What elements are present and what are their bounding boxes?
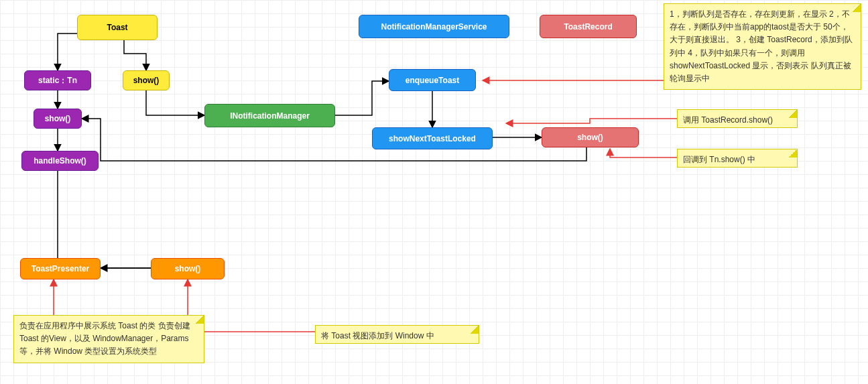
note-4: 负责在应用程序中展示系统 Toast 的类 负责创建 Toast 的View，以… <box>13 315 204 363</box>
node-toast: Toast <box>77 15 158 40</box>
node-enqueuetoast: enqueueToast <box>389 69 476 91</box>
node-static-tn: static：Tn <box>24 70 91 90</box>
note-1: 1，判断队列是否存在，存在则更新，在显示 2，不存在，判断队列中当前app的ta… <box>664 3 861 90</box>
node-toastrecord: ToastRecord <box>540 15 637 38</box>
note-5: 将 Toast 视图添加到 Window 中 <box>315 325 479 344</box>
node-show-orange: show() <box>151 258 225 279</box>
node-show-red: show() <box>542 127 639 147</box>
note-3: 回调到 Tn.show() 中 <box>677 149 798 168</box>
node-show-yellow: show() <box>123 70 170 90</box>
node-shownexttoastlocked: showNextToastLocked <box>372 127 493 149</box>
note-2: 调用 ToastRecord.show() <box>677 109 798 128</box>
node-show-purple: show() <box>34 109 82 129</box>
node-handleshow: handleShow() <box>21 151 99 171</box>
node-nms: NotificationManagerService <box>359 15 509 38</box>
node-toastpresenter: ToastPresenter <box>20 258 101 279</box>
node-inotificationmanager: INotificationManager <box>204 104 335 127</box>
